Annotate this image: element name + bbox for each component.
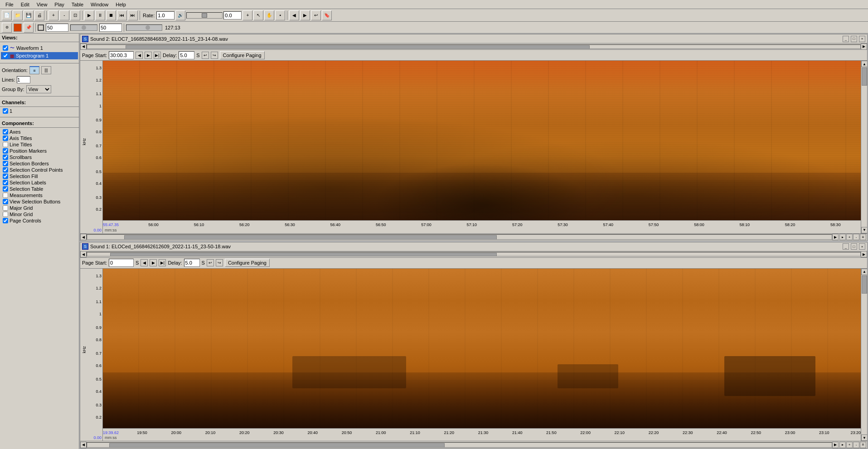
sound2-bottom-scroll[interactable]: ◀ ▶ ▸ + - ≡ [80,441,867,448]
sound1-icon4[interactable]: ≡ [860,234,866,240]
comp-page-controls-check[interactable] [3,218,8,223]
sound2-delay-input[interactable] [184,259,200,267]
menu-play[interactable]: Play [51,1,68,8]
sound2-icon4[interactable]: ≡ [860,442,866,448]
tb-loop-btn[interactable]: ↩ [311,10,321,20]
comp-minor-grid-check[interactable] [3,212,8,217]
sound1-vscroll[interactable]: ▲ ▼ [861,61,867,233]
menu-view[interactable]: View [33,1,51,8]
sound1-page-fwd2-btn[interactable]: ↪ [211,52,218,59]
tb-bookmark-btn[interactable]: 🔖 [322,10,332,20]
tb2-val2-input[interactable] [99,24,122,32]
menu-help[interactable]: Help [112,1,130,8]
sound1-bottom-scroll[interactable]: ◀ ▶ ▸ + - ≡ [80,233,867,241]
tb2-color-btn[interactable] [14,24,22,32]
sound2-maximize-btn[interactable]: □ [851,243,857,250]
comp-selection-borders-check[interactable] [3,161,8,166]
tb-stop-btn[interactable]: ⏹ [106,10,116,20]
sound2-vscroll-up[interactable]: ▲ [861,269,867,275]
tb-cursor-btn[interactable]: ↖ [253,10,263,20]
sound1-icon1[interactable]: ▸ [839,234,846,240]
comp-axes-check[interactable] [3,129,8,135]
sound2-bscroll-right[interactable]: ▶ [832,442,839,448]
comp-measurements-check[interactable] [3,193,8,198]
view-spectrogram1-check[interactable] [3,53,8,58]
tb-zoom-in-btn[interactable]: + [48,10,58,20]
view-waveform1[interactable]: 〜 Waveform 1 [1,44,78,52]
sound1-bscroll-track[interactable] [87,234,832,240]
sound2-icon1[interactable]: ▸ [839,442,846,448]
sound1-scroll-right[interactable]: ▶ [861,43,867,50]
tb2-slider1[interactable] [70,24,97,31]
tb-zoom-fit-btn[interactable]: ⊡ [70,10,80,20]
menu-window[interactable]: Window [87,1,112,8]
comp-view-selection-buttons-check[interactable] [3,199,8,204]
menu-edit[interactable]: Edit [17,1,33,8]
sound2-page-prev-btn[interactable]: ◀ [141,259,148,266]
tb-next-page-btn[interactable]: ▶ [300,10,310,20]
comp-selection-table-check[interactable] [3,186,8,192]
sound2-page-back2-btn[interactable]: ↩ [207,259,214,266]
orient-vertical-btn[interactable]: ||| [41,66,51,74]
comp-selection-control-points-check[interactable] [3,167,8,173]
sound1-icon2[interactable]: + [846,234,853,240]
comp-selection-fill-check[interactable] [3,174,8,179]
tb-back-btn[interactable]: ⏮ [117,10,127,20]
orient-horizontal-btn[interactable]: ≡ [29,66,39,74]
sound1-minimize-btn[interactable]: _ [843,36,849,42]
tb-open-btn[interactable]: 📁 [13,10,23,20]
sound1-delay-input[interactable] [179,51,194,59]
comp-axis-titles-check[interactable] [3,135,8,141]
menu-table[interactable]: Table [68,1,87,8]
sound2-page-start-input[interactable] [109,259,134,267]
sound1-page-start-input[interactable] [109,51,134,59]
sound2-hscroll-top[interactable]: ◀ ▶ [80,251,867,258]
sound1-page-prev-btn[interactable]: ◀ [136,52,143,59]
sound1-bscroll-right[interactable]: ▶ [832,234,839,240]
tb-select-btn[interactable]: ▪ [275,10,285,20]
comp-line-titles-check[interactable] [3,142,8,147]
sound2-page-next-btn[interactable]: ▶ [150,259,157,266]
sound2-scroll-track-top[interactable] [87,252,861,256]
sound1-vscroll-down[interactable]: ▼ [861,227,867,233]
sound1-bscroll-left[interactable]: ◀ [80,234,87,240]
rate-input[interactable] [156,11,175,19]
tb2-settings-btn[interactable]: ⚙ [2,23,12,33]
sound2-minimize-btn[interactable]: _ [843,243,849,250]
sound1-page-next-btn[interactable]: ▶ [145,52,152,59]
sound2-vscroll-track[interactable] [861,275,867,435]
sound2-scroll-right[interactable]: ▶ [861,251,867,257]
tb-pause-btn[interactable]: ⏸ [95,10,105,20]
sound2-configure-btn[interactable]: Configure Paging [225,259,270,267]
sound1-vscroll-up[interactable]: ▲ [861,61,867,67]
tb2-slider2[interactable] [126,24,162,31]
sound1-close-btn[interactable]: × [859,36,865,42]
sound2-bscroll-track[interactable] [87,442,832,448]
view-waveform1-check[interactable] [3,45,8,51]
sound1-configure-btn[interactable]: Configure Paging [220,51,265,59]
comp-scrollbars-check[interactable] [3,154,8,160]
tb-plus-btn[interactable]: + [242,10,252,20]
tb-hand-btn[interactable]: ✋ [264,10,274,20]
sound2-page-play-btn[interactable]: ▶| [159,259,166,266]
tb-prev-page-btn[interactable]: ◀ [289,10,299,20]
volume-input[interactable] [223,11,242,19]
tb2-frame-btn[interactable] [38,24,44,31]
sound2-canvas[interactable] [103,269,861,428]
sound1-scroll-track-top[interactable] [87,44,861,49]
sound1-vscroll-track[interactable] [861,67,867,227]
tb-play-btn[interactable]: ▶ [84,10,94,20]
tb-save-btn[interactable]: 💾 [24,10,34,20]
sound2-close-btn[interactable]: × [859,243,865,250]
sound2-scroll-left[interactable]: ◀ [80,251,87,257]
sound2-icon2[interactable]: + [846,442,853,448]
tb-print-btn[interactable]: 🖨 [34,10,44,20]
sound1-scroll-left[interactable]: ◀ [80,43,87,50]
sound1-maximize-btn[interactable]: □ [851,36,857,42]
tb-new-btn[interactable]: 📄 [2,10,12,20]
tb-forward-btn[interactable]: ⏭ [128,10,138,20]
channel-1-check[interactable] [3,108,8,114]
sound1-page-back2-btn[interactable]: ↩ [202,52,209,59]
sound2-page-fwd2-btn[interactable]: ↪ [216,259,223,266]
sound1-icon3[interactable]: - [853,234,859,240]
